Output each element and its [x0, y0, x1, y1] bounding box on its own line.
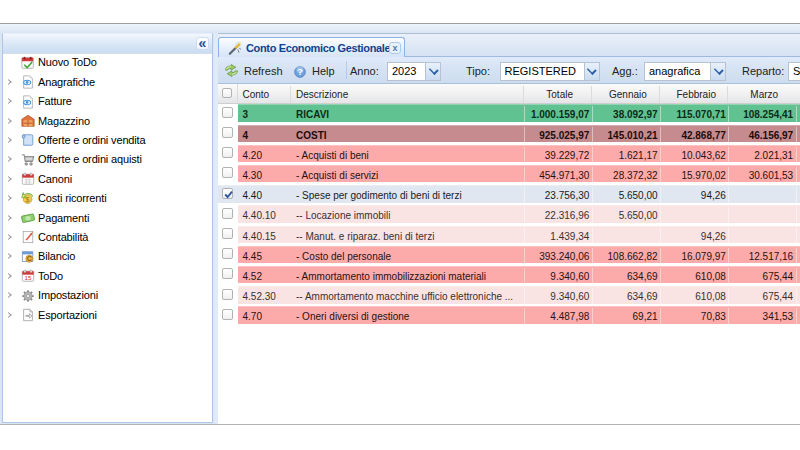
svg-text:$: $	[26, 195, 30, 202]
svg-text:C: C	[27, 255, 32, 262]
svg-text:15: 15	[25, 274, 32, 281]
svg-text:?: ?	[297, 67, 302, 77]
